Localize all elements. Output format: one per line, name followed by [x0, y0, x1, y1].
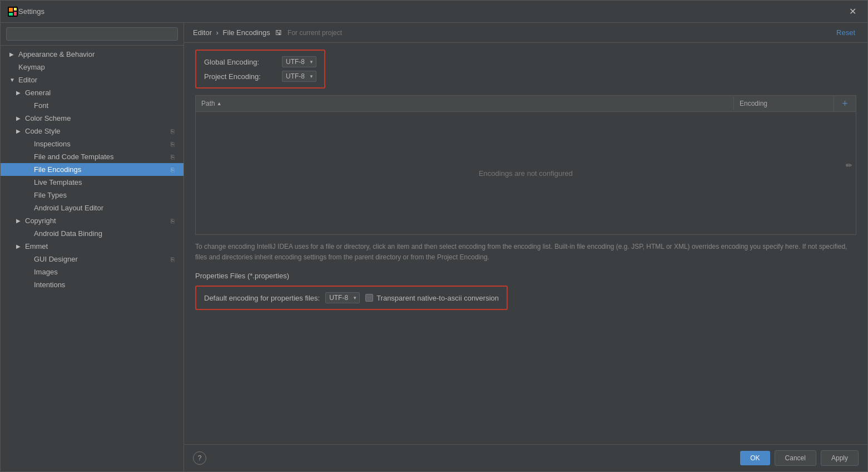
sidebar-item-gui-designer[interactable]: GUI Designer ⎘ [1, 253, 183, 266]
table-edit-area: ✏ [842, 158, 856, 173]
table-empty-state: Encodings are not configured [196, 112, 856, 234]
arrow-icon: ▶ [16, 243, 23, 249]
nav-tree: ▶ Appearance & Behavior Keymap ▼ Editor … [1, 46, 183, 471]
sidebar-item-label: Copyright [25, 217, 56, 225]
arrow-icon: ▶ [16, 115, 23, 121]
sidebar-item-label: Android Layout Editor [34, 204, 103, 212]
project-encoding-label: Project Encoding: [204, 72, 282, 81]
apply-button[interactable]: Apply [821, 450, 859, 466]
title-bar: Settings ✕ [1, 1, 867, 23]
sidebar-item-font[interactable]: Font [1, 99, 183, 112]
main-content: ▶ Appearance & Behavior Keymap ▼ Editor … [1, 23, 867, 471]
arrow-icon: ▶ [16, 128, 23, 134]
encodings-table: Path ▲ Encoding + Encodings are not conf… [195, 95, 856, 235]
table-actions: + [834, 96, 856, 111]
close-button[interactable]: ✕ [845, 4, 861, 19]
sort-icon: ▲ [217, 101, 222, 106]
sidebar-item-label: Keymap [18, 63, 45, 71]
sidebar-item-android-data-binding[interactable]: Android Data Binding [1, 227, 183, 240]
breadcrumb-part2: File Encodings [223, 28, 270, 37]
sidebar-item-file-code-templates[interactable]: File and Code Templates ⎘ [1, 150, 183, 163]
project-encoding-select-wrapper: UTF-8 [282, 71, 316, 82]
encoding-column-header: Encoding [733, 97, 834, 110]
sidebar-item-keymap[interactable]: Keymap [1, 61, 183, 73]
breadcrumb-icon: 🖫 [275, 29, 282, 37]
sidebar-item-label: Color Scheme [25, 114, 71, 122]
sidebar-item-live-templates[interactable]: Live Templates [1, 176, 183, 189]
global-encoding-label: Global Encoding: [204, 58, 282, 66]
global-encoding-row: Global Encoding: UTF-8 [204, 56, 316, 67]
reset-button[interactable]: Reset [833, 27, 859, 38]
sidebar-item-emmet[interactable]: ▶ Emmet [1, 240, 183, 253]
sidebar: ▶ Appearance & Behavior Keymap ▼ Editor … [1, 23, 184, 471]
sidebar-item-appearance-behavior[interactable]: ▶ Appearance & Behavior [1, 48, 183, 61]
path-column-header[interactable]: Path ▲ [196, 97, 733, 110]
breadcrumb-sub: For current project [287, 29, 342, 37]
ok-button[interactable]: OK [740, 451, 770, 465]
sidebar-item-images[interactable]: Images [1, 266, 183, 278]
props-encoding-select-wrapper: UTF-8 [325, 292, 360, 303]
edit-icon[interactable]: ✏ [846, 161, 852, 170]
sidebar-item-file-encodings[interactable]: File Encodings ⎘ [1, 163, 183, 176]
global-encoding-select-wrapper: UTF-8 [282, 56, 316, 67]
svg-rect-3 [14, 8, 17, 11]
window-title: Settings [18, 7, 845, 16]
sidebar-item-label: File and Code Templates [34, 153, 114, 161]
sidebar-item-label: Code Style [25, 127, 61, 135]
table-header: Path ▲ Encoding + [196, 96, 856, 112]
add-encoding-button[interactable]: + [842, 99, 848, 109]
breadcrumb-part1: Editor [193, 28, 212, 37]
settings-window: Settings ✕ ▶ Appearance & Behavior Keyma… [0, 0, 868, 472]
sidebar-item-inspections[interactable]: Inspections ⎘ [1, 137, 183, 150]
sidebar-item-color-scheme[interactable]: ▶ Color Scheme [1, 112, 183, 125]
help-button[interactable]: ? [193, 451, 206, 465]
arrow-icon: ▶ [9, 51, 16, 57]
sidebar-item-editor[interactable]: ▼ Editor [1, 73, 183, 86]
properties-section-title: Properties Files (*.properties) [195, 272, 856, 280]
copy-icon: ⎘ [171, 128, 175, 135]
sidebar-item-android-layout-editor[interactable]: Android Layout Editor [1, 201, 183, 214]
svg-rect-4 [14, 12, 17, 16]
project-encoding-select[interactable]: UTF-8 [282, 71, 316, 82]
sidebar-item-label: File Encodings [34, 165, 81, 174]
sidebar-item-general[interactable]: ▶ General [1, 86, 183, 99]
sidebar-item-label: Live Templates [34, 178, 82, 186]
sidebar-item-label: Images [34, 268, 58, 276]
sidebar-item-label: General [25, 88, 51, 97]
search-box [1, 23, 183, 46]
sidebar-item-label: File Types [34, 191, 67, 199]
sidebar-item-label: Emmet [25, 242, 48, 250]
copy-icon: ⎘ [171, 154, 175, 160]
sidebar-item-label: Appearance & Behavior [18, 50, 95, 58]
sidebar-item-intentions[interactable]: Intentions [1, 278, 183, 291]
encoding-top-box: Global Encoding: UTF-8 Project Encoding:… [195, 50, 325, 88]
sidebar-item-file-types[interactable]: File Types [1, 189, 183, 201]
right-panel: Editor › File Encodings 🖫 For current pr… [184, 23, 867, 471]
cancel-button[interactable]: Cancel [775, 450, 816, 466]
sidebar-item-label: Inspections [34, 140, 71, 148]
transparent-conversion-wrapper: Transparent native-to-ascii conversion [365, 294, 499, 302]
project-encoding-row: Project Encoding: UTF-8 [204, 71, 316, 82]
bottom-bar: ? OK Cancel Apply [184, 444, 867, 471]
global-encoding-select[interactable]: UTF-8 [282, 56, 316, 67]
sidebar-item-label: GUI Designer [34, 255, 78, 263]
sidebar-item-label: Intentions [34, 281, 65, 289]
properties-box: Default encoding for properties files: U… [195, 286, 508, 310]
svg-rect-1 [9, 8, 13, 12]
arrow-icon: ▼ [9, 77, 16, 83]
arrow-icon: ▶ [16, 90, 23, 96]
copy-icon: ⎘ [171, 218, 175, 224]
sidebar-item-label: Editor [18, 76, 37, 84]
breadcrumb: Editor › File Encodings 🖫 For current pr… [193, 28, 833, 37]
copy-icon: ⎘ [171, 256, 175, 263]
search-input[interactable] [6, 27, 178, 41]
svg-rect-2 [9, 13, 13, 16]
sidebar-item-label: Font [34, 101, 48, 110]
props-encoding-select[interactable]: UTF-8 [325, 292, 360, 303]
default-encoding-label: Default encoding for properties files: [204, 294, 320, 302]
copy-icon: ⎘ [171, 166, 175, 173]
sidebar-item-code-style[interactable]: ▶ Code Style ⎘ [1, 125, 183, 137]
transparent-conversion-checkbox[interactable] [365, 294, 373, 302]
sidebar-item-copyright[interactable]: ▶ Copyright ⎘ [1, 214, 183, 227]
panel-header: Editor › File Encodings 🖫 For current pr… [184, 23, 867, 43]
